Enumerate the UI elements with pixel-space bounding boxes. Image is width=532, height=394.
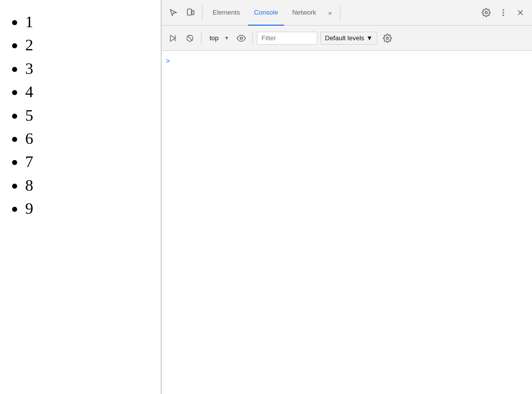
console-separator-2 bbox=[252, 31, 253, 45]
context-select-input[interactable]: top bbox=[208, 34, 229, 42]
devtools-close-button[interactable] bbox=[513, 5, 528, 20]
svg-line-11 bbox=[187, 36, 192, 40]
execute-script-button[interactable] bbox=[166, 31, 180, 45]
list-item: 8 bbox=[25, 174, 151, 197]
list-item: 1 bbox=[25, 10, 151, 33]
webpage-content: 123456789 bbox=[0, 0, 161, 394]
list-item: 9 bbox=[25, 197, 151, 220]
levels-chevron-icon: ▼ bbox=[366, 34, 373, 42]
svg-point-5 bbox=[503, 15, 504, 16]
svg-point-2 bbox=[485, 12, 488, 14]
list-item: 4 bbox=[25, 80, 151, 103]
console-content-area: > bbox=[162, 51, 532, 394]
devtools-panel: Elements Console Network » bbox=[161, 0, 532, 394]
numbered-list: 123456789 bbox=[15, 10, 151, 220]
list-item: 3 bbox=[25, 57, 151, 80]
console-settings-button[interactable] bbox=[380, 31, 394, 45]
more-tabs-button[interactable]: » bbox=[324, 5, 336, 20]
svg-marker-8 bbox=[170, 35, 175, 41]
list-item: 5 bbox=[25, 104, 151, 127]
devtools-settings-button[interactable] bbox=[479, 5, 494, 20]
list-item: 2 bbox=[25, 33, 151, 56]
console-prompt[interactable]: > bbox=[166, 55, 528, 67]
toolbar-separator-2 bbox=[340, 5, 341, 20]
clear-console-button[interactable] bbox=[183, 31, 197, 45]
live-expressions-button[interactable] bbox=[234, 31, 248, 45]
svg-point-3 bbox=[503, 9, 504, 11]
inspect-element-button[interactable] bbox=[166, 5, 181, 20]
tab-elements[interactable]: Elements bbox=[207, 0, 246, 26]
svg-point-12 bbox=[240, 37, 243, 39]
default-levels-button[interactable]: Default levels ▼ bbox=[320, 32, 377, 45]
svg-point-4 bbox=[503, 12, 504, 14]
toolbar-separator-1 bbox=[202, 5, 203, 20]
list-item: 6 bbox=[25, 127, 151, 150]
filter-input[interactable] bbox=[257, 32, 317, 45]
device-toggle-button[interactable] bbox=[183, 5, 198, 20]
tab-network[interactable]: Network bbox=[286, 0, 322, 26]
list-item: 7 bbox=[25, 150, 151, 173]
devtools-more-button[interactable] bbox=[496, 5, 511, 20]
devtools-console-toolbar: top ▼ Default levels ▼ bbox=[162, 26, 532, 51]
svg-rect-1 bbox=[192, 11, 194, 15]
devtools-top-toolbar: Elements Console Network » bbox=[162, 0, 532, 26]
tab-console[interactable]: Console bbox=[248, 0, 284, 26]
console-separator-1 bbox=[201, 31, 202, 45]
context-selector[interactable]: top ▼ bbox=[206, 31, 231, 45]
svg-rect-0 bbox=[187, 9, 191, 15]
svg-point-13 bbox=[386, 37, 389, 39]
